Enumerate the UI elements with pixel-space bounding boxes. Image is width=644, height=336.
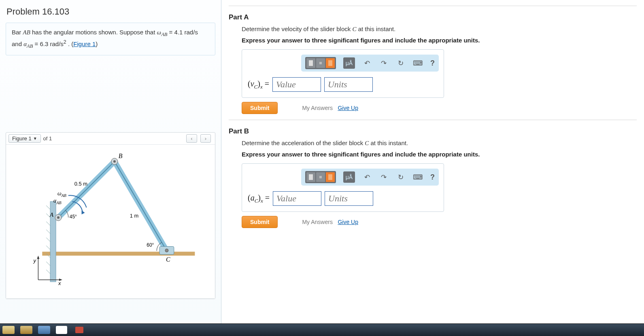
part-a-prompt: Determine the velocity of the slider blo… bbox=[242, 25, 637, 33]
var-c: C bbox=[352, 26, 356, 32]
figure-select-label: Figure 1 bbox=[12, 135, 32, 142]
part-a-value-input[interactable] bbox=[272, 77, 321, 92]
part-b-actions: Submit My Answers Give Up bbox=[242, 216, 637, 228]
taskbar-app-icon[interactable] bbox=[56, 326, 67, 334]
figure-next-button[interactable]: › bbox=[200, 134, 211, 143]
chevron-down-icon: ▼ bbox=[33, 136, 37, 141]
svg-line-9 bbox=[46, 262, 50, 266]
reset-icon[interactable]: ↻ bbox=[396, 171, 406, 183]
right-pane: Part A Determine the velocity of the sli… bbox=[221, 0, 644, 323]
redo-icon[interactable]: ↷ bbox=[379, 57, 389, 69]
reset-icon[interactable]: ↻ bbox=[396, 57, 406, 69]
svg-point-16 bbox=[57, 216, 60, 219]
part-b-units-input[interactable] bbox=[325, 191, 373, 206]
svg-line-2 bbox=[46, 205, 50, 209]
part-b-title: Part B bbox=[229, 127, 637, 135]
units-picker-button[interactable]: μÅ bbox=[343, 171, 355, 183]
svg-text:C: C bbox=[166, 256, 170, 263]
undo-icon[interactable]: ↶ bbox=[362, 171, 372, 183]
figure-select-button[interactable]: Figure 1 ▼ bbox=[9, 134, 41, 143]
taskbar-app-icon[interactable] bbox=[75, 327, 83, 333]
part-b-value-input[interactable] bbox=[273, 191, 321, 206]
part-b-answer-box: μÅ ↶ ↷ ↻ ⌨ ? (aC)x = bbox=[242, 163, 444, 212]
svg-text:y: y bbox=[33, 258, 36, 264]
part-a-title: Part A bbox=[229, 13, 637, 21]
svg-line-12 bbox=[58, 161, 115, 218]
alpha-sub: AB bbox=[27, 43, 33, 49]
alpha-value: = 6.3 rad/s bbox=[33, 40, 63, 47]
svg-line-14 bbox=[115, 161, 167, 251]
text: Determine the acceleration of the slider… bbox=[242, 139, 365, 146]
template-picker-button[interactable] bbox=[305, 171, 336, 183]
give-up-link[interactable]: Give Up bbox=[338, 219, 358, 225]
text: at this instant. bbox=[369, 139, 408, 146]
give-up-link[interactable]: Give Up bbox=[338, 105, 358, 111]
svg-text:1 m: 1 m bbox=[130, 213, 139, 219]
svg-line-5 bbox=[46, 229, 50, 233]
part-b-input-row: (aC)x = bbox=[242, 190, 444, 207]
svg-line-7 bbox=[46, 245, 50, 249]
alpha-sup: 2 bbox=[64, 39, 66, 45]
submit-button[interactable]: Submit bbox=[242, 216, 278, 228]
my-answers-label: My Answers bbox=[302, 219, 332, 225]
text: at this instant. bbox=[356, 25, 395, 32]
help-button[interactable]: ? bbox=[430, 59, 435, 68]
var-c: C bbox=[365, 140, 369, 146]
alpha-symbol: α bbox=[23, 41, 27, 47]
svg-text:x: x bbox=[58, 280, 61, 286]
figure-image: B A C 0.5 m 1 m 45° 60° ωAB αAB y x bbox=[6, 145, 215, 298]
undo-icon[interactable]: ↶ bbox=[362, 57, 372, 69]
svg-rect-40 bbox=[309, 174, 313, 180]
taskbar-app-icon[interactable] bbox=[2, 326, 15, 334]
svg-rect-38 bbox=[319, 62, 322, 64]
taskbar-app-icon[interactable] bbox=[38, 326, 50, 334]
part-a-actions: Submit My Answers Give Up bbox=[242, 102, 637, 114]
svg-rect-37 bbox=[309, 60, 313, 66]
submit-button[interactable]: Submit bbox=[242, 102, 278, 114]
part-b-variable: (aC)x = bbox=[248, 193, 270, 204]
svg-text:45°: 45° bbox=[70, 214, 77, 220]
svg-text:60°: 60° bbox=[147, 242, 154, 247]
var-ab: AB bbox=[23, 29, 30, 36]
svg-line-10 bbox=[46, 270, 50, 274]
taskbar-app-icon[interactable] bbox=[20, 326, 32, 334]
units-picker-button[interactable]: μÅ bbox=[343, 57, 355, 69]
text: has the angular motions shown. Suppose t… bbox=[30, 29, 157, 36]
text: Determine the velocity of the slider blo… bbox=[242, 25, 352, 32]
text: . ( bbox=[66, 40, 74, 47]
text: and bbox=[12, 40, 23, 47]
figure-header: Figure 1 ▼ of 1 ‹ › bbox=[6, 133, 215, 145]
svg-text:A: A bbox=[49, 211, 54, 218]
svg-rect-39 bbox=[328, 60, 332, 66]
keyboard-icon[interactable]: ⌨ bbox=[413, 171, 423, 183]
text: Bar bbox=[12, 29, 23, 36]
svg-rect-41 bbox=[319, 176, 322, 178]
part-a-input-row: (vC)x = bbox=[242, 76, 444, 93]
omega-symbol: ω bbox=[157, 29, 162, 36]
svg-text:0.5 m: 0.5 m bbox=[74, 180, 87, 186]
part-a-variable: (vC)x = bbox=[248, 79, 269, 90]
redo-icon[interactable]: ↷ bbox=[379, 171, 389, 183]
svg-line-6 bbox=[46, 237, 50, 241]
problem-title: Problem 16.103 bbox=[6, 6, 215, 17]
text: ) bbox=[96, 40, 98, 47]
svg-marker-25 bbox=[37, 256, 39, 259]
svg-text:ωAB: ωAB bbox=[57, 190, 66, 198]
divider bbox=[229, 120, 637, 120]
svg-line-4 bbox=[46, 222, 50, 226]
svg-point-20 bbox=[165, 249, 168, 252]
svg-point-18 bbox=[113, 160, 116, 163]
figure-link[interactable]: Figure 1 bbox=[73, 40, 96, 47]
os-taskbar[interactable] bbox=[0, 323, 644, 336]
template-picker-button[interactable] bbox=[305, 57, 336, 69]
keyboard-icon[interactable]: ⌨ bbox=[413, 57, 423, 69]
part-a-answer-box: μÅ ↶ ↷ ↻ ⌨ ? (vC)x = bbox=[242, 49, 444, 98]
figure-prev-button[interactable]: ‹ bbox=[186, 134, 197, 143]
part-a-units-input[interactable] bbox=[324, 77, 373, 92]
left-pane: Problem 16.103 Bar AB has the angular mo… bbox=[0, 0, 221, 323]
help-button[interactable]: ? bbox=[430, 173, 435, 182]
figure-panel: Figure 1 ▼ of 1 ‹ › bbox=[6, 132, 215, 299]
svg-text:B: B bbox=[119, 152, 123, 159]
svg-rect-42 bbox=[328, 174, 332, 180]
answer-toolbar: μÅ ↶ ↷ ↻ ⌨ ? bbox=[301, 169, 439, 186]
